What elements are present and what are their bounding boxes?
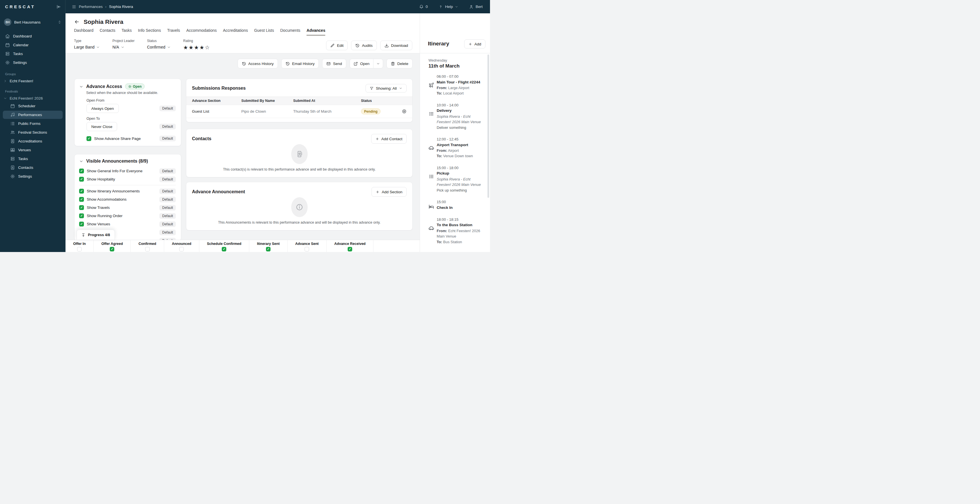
status-checkbox-offer-in[interactable] xyxy=(77,247,82,252)
open-from-select[interactable]: Always Open xyxy=(86,104,119,113)
chevron-right-icon xyxy=(3,79,7,83)
field-project-leader-select[interactable]: N/A xyxy=(112,45,134,49)
sidebar-item-performances[interactable]: Performances xyxy=(3,111,63,119)
email-history-button[interactable]: Email History xyxy=(281,59,319,69)
access-history-button[interactable]: Access History xyxy=(238,59,278,69)
sidebar-item-scheduler[interactable]: Scheduler xyxy=(3,102,63,110)
menu-icon[interactable] xyxy=(72,5,76,9)
sidebar-item-calendar[interactable]: Calendar xyxy=(3,41,63,49)
sidebar-item-festival-sections[interactable]: Festival Sections xyxy=(3,128,63,137)
collapse-chevron-icon[interactable] xyxy=(79,159,83,163)
itinerary-item-delivery[interactable]: 10:00 - 14:00 DeliverySophia Rivera - Ec… xyxy=(428,102,484,130)
itinerary-item-job[interactable]: 18:00 - 23:00 JobSophia Rivera - Echt Fe… xyxy=(428,251,484,252)
tab-accommodations[interactable]: Accommodations xyxy=(186,28,216,35)
sidebar-item-venues[interactable]: Venues xyxy=(3,146,63,154)
announcement-checkbox[interactable]: ✓ xyxy=(79,222,84,226)
sidebar-item-contacts[interactable]: Contacts xyxy=(3,163,63,172)
itinerary-item-main-tour-flight-2244[interactable]: 06:00 - 07:00 Main Tour - Flight #2244Fr… xyxy=(428,74,484,96)
breadcrumb-performances[interactable]: Performances xyxy=(79,5,103,9)
sidebar-item-tasks[interactable]: Tasks xyxy=(3,155,63,163)
announcement-checkbox[interactable]: ✓ xyxy=(79,205,84,210)
send-button[interactable]: Send xyxy=(322,59,346,69)
contacts-card: Contacts Add Contact This contact(s) is … xyxy=(186,129,413,177)
announcement-row-show-general-info-for-everyone: ✓ Show General Info For Everyone Default xyxy=(79,167,176,175)
status-checkbox-advance-sent[interactable] xyxy=(305,247,309,252)
sidebar-item-public-forms[interactable]: Public Forms xyxy=(3,120,63,128)
status-checkbox-schedule-confirmed[interactable]: ✓ xyxy=(222,247,226,252)
announcement-checkbox[interactable]: ✓ xyxy=(79,169,84,173)
open-button[interactable]: Open xyxy=(350,59,373,68)
status-checkbox-offer-agreed[interactable]: ✓ xyxy=(110,247,114,252)
collapse-chevron-icon[interactable] xyxy=(79,85,83,89)
announcement-checkbox[interactable]: ✓ xyxy=(79,177,84,182)
sidebar-item-accreditations[interactable]: Accreditations xyxy=(3,137,63,145)
announcement-checkbox[interactable]: ✓ xyxy=(79,189,84,193)
tab-documents[interactable]: Documents xyxy=(280,28,300,35)
view-icon[interactable] xyxy=(402,109,407,114)
status-checkbox-advance-received[interactable]: ✓ xyxy=(348,247,352,252)
scrollbar-thumb[interactable] xyxy=(487,54,489,198)
open-to-select[interactable]: Never Close xyxy=(86,122,117,131)
checklist-icon xyxy=(428,174,434,179)
itinerary-item-pickup[interactable]: 15:00 - 18:00 PickupSophia Rivera - Echt… xyxy=(428,165,484,193)
sidebar-group-echt-feesten[interactable]: Echt Feesten! xyxy=(0,78,65,85)
itinerary-item-airport-transport[interactable]: 12:00 - 12:45 Airport TransportFrom: Air… xyxy=(428,137,484,159)
notifications-button[interactable]: 0 xyxy=(419,5,428,9)
table-row[interactable]: Guest List Pipo de Clown Thursday 5th of… xyxy=(186,105,412,118)
rating-stars[interactable]: ★★★★☆ xyxy=(183,45,210,50)
sidebar-user-switcher[interactable]: BH Bert Hausmans xyxy=(0,16,65,28)
open-dropdown-toggle[interactable] xyxy=(373,59,383,68)
announcement-checkbox[interactable]: ✓ xyxy=(79,214,84,218)
tab-accreditations[interactable]: Accreditations xyxy=(223,28,248,35)
progress-button[interactable]: Progress 4/8 xyxy=(76,230,115,240)
show-advance-share-page-checkbox[interactable]: ✓ xyxy=(86,136,91,141)
history-icon xyxy=(355,43,360,48)
download-icon xyxy=(385,43,389,48)
sidebar-item-settings[interactable]: Settings xyxy=(3,172,63,180)
bed-icon xyxy=(428,204,434,209)
tab-advances[interactable]: Advances xyxy=(307,28,325,35)
help-menu[interactable]: Help xyxy=(438,5,458,9)
advance-access-subtitle: Select when the advance should be availa… xyxy=(86,91,176,95)
page-title: Sophia Rivera xyxy=(84,18,123,25)
sidebar-festival-echt-feesten-2026[interactable]: Echt Feesten! 2026 xyxy=(0,95,65,102)
tab-tasks[interactable]: Tasks xyxy=(122,28,132,35)
notifications-count: 0 xyxy=(426,5,428,9)
itinerary-add-button[interactable]: Add xyxy=(464,40,485,48)
status-checkbox-confirmed[interactable] xyxy=(145,247,150,252)
audits-button[interactable]: Audits xyxy=(351,41,377,50)
showing-filter-button[interactable]: Showing: All xyxy=(366,84,407,93)
user-label: Bert xyxy=(476,5,483,9)
delete-button[interactable]: Delete xyxy=(387,59,413,69)
announcement-row-show-venues: ✓ Show Venues Default xyxy=(79,220,176,228)
sidebar-collapse-icon[interactable] xyxy=(56,4,61,10)
itinerary-from: From: Large Airport xyxy=(437,85,480,91)
contacts-empty-text: This contact(s) is relevant to this perf… xyxy=(223,167,375,171)
field-status-select[interactable]: Confirmed xyxy=(147,45,171,49)
add-contact-button[interactable]: Add Contact xyxy=(371,134,407,144)
tab-info-sections[interactable]: Info Sections xyxy=(138,28,161,35)
sidebar-festivals-label: Festivals xyxy=(0,85,65,95)
sidebar-item-tasks[interactable]: Tasks xyxy=(3,49,63,58)
tab-travels[interactable]: Travels xyxy=(167,28,180,35)
sidebar-item-dashboard[interactable]: Dashboard xyxy=(3,32,63,40)
add-section-button[interactable]: Add Section xyxy=(371,187,407,197)
download-button[interactable]: Download xyxy=(380,41,412,50)
chevron-down-icon xyxy=(96,45,100,49)
announcement-checkbox[interactable]: ✓ xyxy=(79,197,84,202)
tab-guest-lists[interactable]: Guest Lists xyxy=(254,28,274,35)
back-arrow-icon[interactable] xyxy=(74,19,80,25)
itinerary-item-to-the-buss-station[interactable]: 18:00 - 18:15 To the Buss StationFrom: E… xyxy=(428,217,484,245)
field-type-select[interactable]: Large Band xyxy=(74,45,100,49)
tab-dashboard[interactable]: Dashboard xyxy=(74,28,94,35)
tab-contacts[interactable]: Contacts xyxy=(100,28,115,35)
advance-access-card: Advance Access Open Select when the adva… xyxy=(74,79,181,146)
status-checkbox-announced[interactable] xyxy=(179,247,184,252)
user-menu[interactable]: Bert xyxy=(469,5,483,9)
itinerary-from: From: Airport xyxy=(437,148,473,153)
sidebar-item-settings[interactable]: Settings xyxy=(3,59,63,67)
itinerary-item-check-in[interactable]: 15:00 Check In xyxy=(428,199,484,211)
avatar: BH xyxy=(4,18,11,26)
status-checkbox-itinerary-sent[interactable]: ✓ xyxy=(266,247,270,252)
edit-button[interactable]: Edit xyxy=(326,41,348,50)
